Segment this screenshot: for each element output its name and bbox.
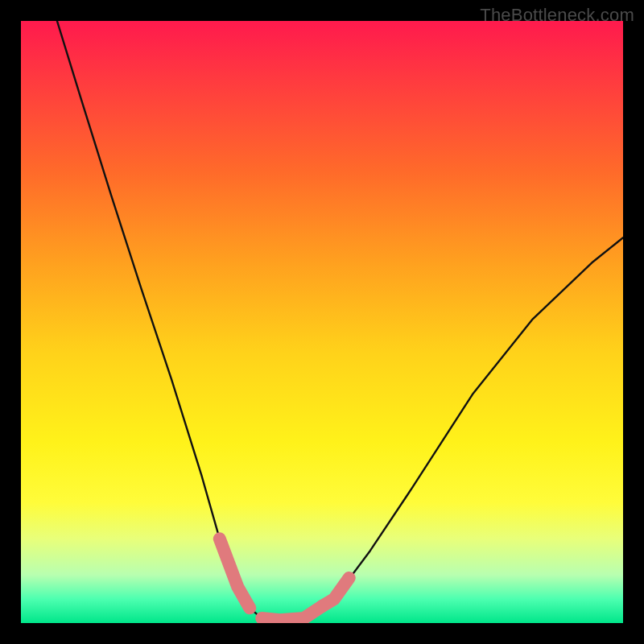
watermark-text: TheBottleneck.com	[480, 5, 634, 26]
highlight-seg-1	[262, 606, 322, 620]
chart-frame: TheBottleneck.com	[0, 0, 644, 644]
bottleneck-curve	[57, 21, 623, 620]
chart-svg	[21, 21, 623, 623]
chart-plot-area	[21, 21, 623, 623]
highlight-seg-0	[220, 539, 250, 608]
highlight-seg-2	[322, 578, 349, 606]
